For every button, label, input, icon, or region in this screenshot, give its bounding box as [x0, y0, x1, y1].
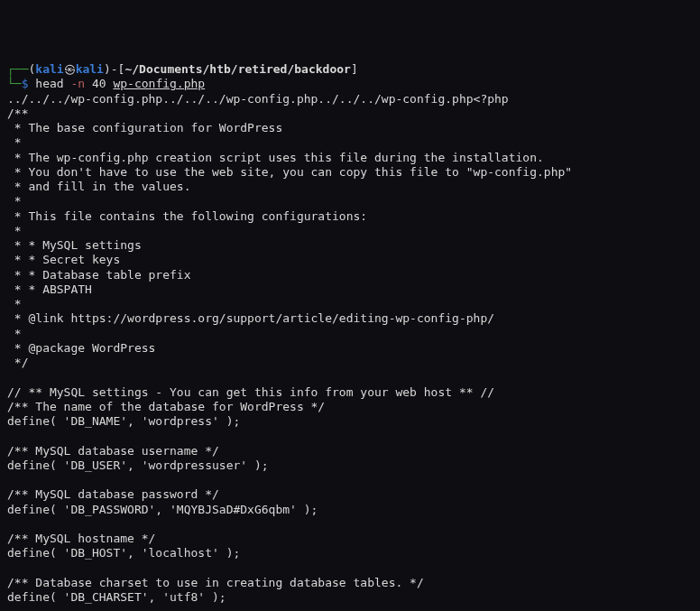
command-output: ../../../wp-config.php../../../wp-config… — [7, 92, 693, 612]
box-corner-bottom: └─ — [7, 77, 22, 90]
prompt-user: kali — [35, 62, 63, 76]
skull-icon: ㉿ — [64, 62, 76, 76]
command-arg: wp-config.php — [113, 77, 205, 90]
prompt-line-2: └─$ head -n 40 wp-config.php — [7, 77, 693, 91]
prompt-dash: - — [111, 62, 118, 76]
command-flag: -n — [70, 77, 85, 90]
box-corner-top: ┌── — [7, 62, 28, 76]
command-num: 40 — [92, 77, 106, 90]
paren-close: ) — [104, 62, 111, 76]
prompt-path: ~/Documents/htb/retired/backdoor — [124, 62, 350, 76]
prompt-host: kali — [76, 62, 104, 76]
bracket-close: ] — [351, 62, 358, 76]
dollar-sign: $ — [22, 77, 29, 90]
terminal-view[interactable]: ┌──(kali㉿kali)-[~/Documents/htb/retired/… — [7, 62, 693, 611]
command-name: head — [35, 77, 63, 90]
prompt-line-1: ┌──(kali㉿kali)-[~/Documents/htb/retired/… — [7, 62, 693, 77]
